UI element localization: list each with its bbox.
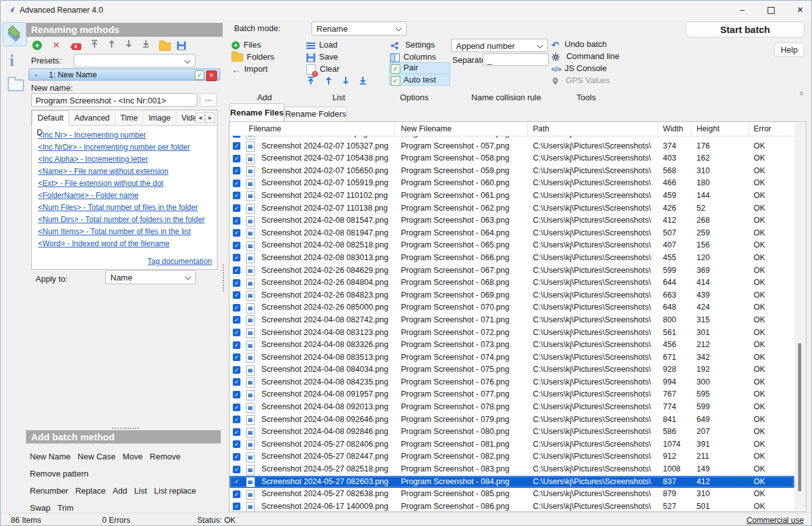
clear-list-button[interactable]: Clear <box>306 64 339 74</box>
batch-method-link[interactable]: Remove <box>150 449 180 465</box>
batch-method-link[interactable]: List <box>134 483 147 499</box>
col-error[interactable]: Error <box>749 122 794 136</box>
row-checkbox-checked[interactable]: ✓ <box>233 266 240 274</box>
batch-method-link[interactable]: Add <box>112 483 127 499</box>
table-row[interactable]: ✓Screenshot 2024-04-08 083326.pngProgram… <box>230 339 794 352</box>
table-row[interactable]: ✓Screenshot 2024-06-17 140009.pngProgram… <box>230 501 794 511</box>
batch-method-link[interactable]: Move <box>122 449 143 465</box>
row-checkbox-checked[interactable]: ✓ <box>233 478 240 485</box>
move-method-down-icon[interactable] <box>124 39 133 48</box>
table-row[interactable]: ✓Screenshot 2024-02-26 084804.pngProgram… <box>230 277 794 289</box>
move-file-bottom-icon[interactable] <box>358 76 367 85</box>
add-folders-button[interactable]: Folders <box>232 52 274 62</box>
tag-link[interactable]: <Ext> - File extension without the dot <box>38 178 213 190</box>
gps-values-button[interactable]: GPS Values <box>551 76 610 86</box>
row-checkbox-checked[interactable]: ✓ <box>233 440 240 448</box>
batch-method-link[interactable]: Replace <box>75 483 106 499</box>
load-list-button[interactable]: Load <box>306 40 337 50</box>
tab-scroll-left-button[interactable]: ◀ <box>195 112 205 123</box>
collision-rule-dropdown[interactable]: Append number <box>451 39 548 52</box>
table-row[interactable]: ✓Screenshot 2024-05-27 082603.pngProgram… <box>230 476 794 489</box>
minimize-button[interactable]: – <box>728 1 756 20</box>
table-row[interactable]: ✓Screenshot 2024-05-27 082518.pngProgram… <box>230 463 794 476</box>
row-checkbox-checked[interactable]: ✓ <box>233 254 240 261</box>
info-icon[interactable]: i <box>10 53 14 69</box>
table-row[interactable]: ✓Screenshot 2024-05-27 082638.pngProgram… <box>230 488 794 501</box>
import-button[interactable]: ←Import <box>232 64 268 74</box>
col-width[interactable]: Width <box>658 122 691 136</box>
files-panel-icon[interactable] <box>8 79 24 91</box>
open-preset-button[interactable] <box>159 41 171 52</box>
table-row[interactable]: ✓Screenshot 2024-02-07 110138.pngProgram… <box>230 202 794 215</box>
table-row[interactable]: ✓Screenshot 2024-02-07 105438.pngProgram… <box>230 152 794 165</box>
tag-link[interactable]: <Num Items> - Total number of files in t… <box>38 226 213 238</box>
presets-dropdown[interactable] <box>74 54 195 67</box>
move-file-down-icon[interactable] <box>341 76 350 85</box>
row-checkbox-checked[interactable]: ✓ <box>233 142 240 150</box>
table-row[interactable]: ✓Screenshot 2024-04-08 092013.pngProgram… <box>230 401 794 414</box>
scrollbar-thumb[interactable] <box>798 343 801 491</box>
row-checkbox-checked[interactable]: ✓ <box>233 167 240 174</box>
row-checkbox-checked[interactable]: ✓ <box>233 391 240 398</box>
tag-tab[interactable]: Default <box>32 110 69 126</box>
table-row[interactable]: ✓Screenshot 2024-02-07 105327.pngProgram… <box>230 140 794 153</box>
maximize-button[interactable] <box>757 1 785 20</box>
row-checkbox-checked[interactable]: ✓ <box>233 204 240 212</box>
section-splitter-grip[interactable] <box>112 427 140 430</box>
row-checkbox-checked[interactable]: ✓ <box>233 155 240 162</box>
tag-tab[interactable]: Time <box>115 111 143 125</box>
row-checkbox-checked[interactable]: ✓ <box>233 404 240 411</box>
tag-link[interactable]: <Inc Nr> - Incrementing number <box>38 129 213 141</box>
close-button[interactable]: ✕ <box>786 1 812 20</box>
move-method-top-icon[interactable] <box>90 39 99 48</box>
apply-to-dropdown[interactable]: Name <box>105 270 196 284</box>
table-row[interactable]: ✓Screenshot 2024-02-07 105919.pngProgram… <box>230 177 794 190</box>
batch-mode-dropdown[interactable]: Rename <box>311 22 407 36</box>
table-row[interactable]: ✓Screenshot 2024-04-08 083123.pngProgram… <box>230 327 794 339</box>
row-checkbox-checked[interactable]: ✓ <box>233 279 240 287</box>
row-checkbox-checked[interactable]: ✓ <box>233 378 240 386</box>
collapse-toggle[interactable]: - <box>35 69 37 81</box>
undo-batch-button[interactable]: ↶Undo batch <box>551 39 607 49</box>
row-checkbox-checked[interactable]: ✓ <box>233 242 240 249</box>
move-file-top-icon[interactable] <box>306 76 315 85</box>
row-checkbox-checked[interactable]: ✓ <box>233 503 240 510</box>
layers-icon[interactable] <box>7 27 21 41</box>
table-row[interactable]: ✓Screenshot 2024-02-08 082518.pngProgram… <box>230 239 794 252</box>
col-height[interactable]: Height <box>691 122 749 136</box>
table-row[interactable]: ✓Screenshot 2024-04-08 082742.pngProgram… <box>230 314 794 327</box>
add-files-button[interactable]: +Files <box>232 40 261 50</box>
batch-method-link[interactable]: Remove pattern <box>30 466 89 482</box>
table-row[interactable]: ✓Screenshot 2024-02-08 081547.pngProgram… <box>230 214 794 227</box>
table-row[interactable]: ✓Screenshot 2024-04-08 083513.pngProgram… <box>230 352 794 364</box>
row-checkbox-checked[interactable]: ✓ <box>233 416 240 423</box>
batch-method-link[interactable]: New Case <box>77 449 115 465</box>
method-enabled-checkbox[interactable]: ✓ <box>195 70 204 80</box>
tag-link[interactable]: <Name> - File name without extension <box>38 166 213 178</box>
tab-rename-folders[interactable]: Rename Folders <box>284 107 347 122</box>
col-new-filename[interactable]: New Filename <box>395 122 528 136</box>
row-checkbox-checked[interactable]: ✓ <box>233 217 240 225</box>
row-checkbox-checked[interactable]: ✓ <box>233 229 240 237</box>
row-checkbox-checked[interactable]: ✓ <box>233 428 240 436</box>
table-row[interactable]: ✓Screenshot 2024-02-07 105650.pngProgram… <box>230 165 794 178</box>
col-filename[interactable]: Filename <box>230 122 395 136</box>
row-checkbox-checked[interactable]: ✓ <box>233 453 240 461</box>
tag-link[interactable]: <Num Dirs> - Total number of folders in … <box>38 214 213 226</box>
row-checkbox-checked[interactable]: ✓ <box>233 136 240 138</box>
table-row[interactable]: ✓Screenshot 2024-05-27 082447.pngProgram… <box>230 450 794 463</box>
row-checkbox-checked[interactable]: ✓ <box>233 192 240 199</box>
help-button[interactable]: Help <box>774 43 804 57</box>
tag-documentation-link[interactable]: Tag documentation <box>148 257 212 266</box>
row-checkbox-checked[interactable]: ✓ <box>233 180 240 187</box>
row-checkbox-checked[interactable]: ✓ <box>233 341 240 349</box>
auto-test-toggle[interactable]: ✓Auto test <box>389 74 450 86</box>
tag-link[interactable]: <Num Files> - Total number of files in t… <box>38 202 213 214</box>
method-delete-button[interactable]: ✕ <box>206 70 217 81</box>
new-name-input[interactable]: Program Screenshot - <Inc Nr:001> <box>31 93 197 107</box>
row-checkbox-checked[interactable]: ✓ <box>233 353 240 361</box>
col-path[interactable]: Path <box>528 122 658 136</box>
row-checkbox-checked[interactable]: ✓ <box>233 329 240 336</box>
table-row[interactable]: ✓Screenshot 2024-02-26 084823.pngProgram… <box>230 289 794 302</box>
table-row[interactable]: ✓Screenshot 2024-04-08 084235.pngProgram… <box>230 376 794 389</box>
